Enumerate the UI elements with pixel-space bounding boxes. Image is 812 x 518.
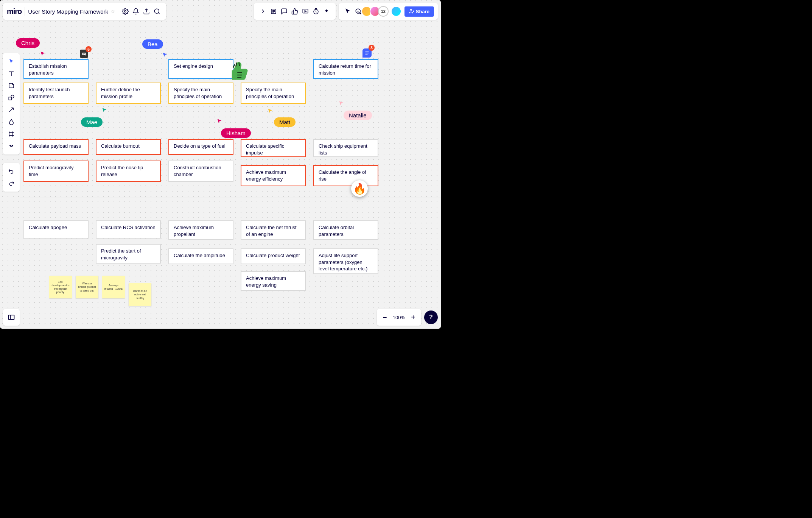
- card-yellow[interactable]: Specify the main principles of operation: [168, 83, 233, 104]
- arrow-tool-icon[interactable]: [5, 104, 18, 116]
- card-gray[interactable]: Calculate the net thrust of an engine: [241, 220, 306, 240]
- user-cursor-icon: [216, 119, 222, 125]
- card-blue[interactable]: Set engine design: [168, 59, 233, 79]
- svg-marker-7: [305, 11, 306, 12]
- star-icon[interactable]: ☆: [110, 8, 115, 14]
- miro-logo[interactable]: miro: [7, 7, 22, 16]
- top-toolbar: miro User Story Mapping Framework ☆ 12: [3, 3, 438, 20]
- thumbsup-icon[interactable]: [289, 6, 300, 17]
- search-icon[interactable]: [152, 6, 162, 17]
- shape-tool-icon[interactable]: [5, 92, 18, 104]
- text-tool-icon[interactable]: [5, 67, 18, 80]
- sticky-note[interactable]: Average income - 120k$: [102, 276, 125, 298]
- board-title[interactable]: User Story Mapping Framework: [28, 8, 108, 15]
- notification-badge: 6: [86, 46, 92, 52]
- svg-marker-10: [325, 9, 328, 11]
- card-red[interactable]: Calculate the angle of rise: [313, 165, 378, 186]
- zoom-level[interactable]: 100%: [390, 315, 408, 320]
- redo-icon[interactable]: [5, 177, 18, 189]
- card-yellow[interactable]: Specify the main principles of operation: [241, 83, 306, 104]
- card-red[interactable]: Calculate payload mass: [23, 139, 89, 155]
- card-yellow[interactable]: Identify test launch parameters: [23, 83, 89, 104]
- user-cursor-label: Natalie: [344, 111, 372, 120]
- card-blue[interactable]: Calculate return time for mission: [313, 59, 378, 79]
- user-cursor-label: Hisham: [221, 128, 251, 138]
- pen-tool-icon[interactable]: [5, 116, 18, 128]
- svg-rect-19: [9, 315, 14, 320]
- left-toolbar: [3, 53, 20, 154]
- svg-point-13: [11, 95, 14, 98]
- sticky-note[interactable]: Wants a unique product to stand out.: [76, 276, 98, 298]
- undo-icon[interactable]: [5, 165, 18, 177]
- notification-badge: 3: [369, 45, 375, 51]
- avatar-self[interactable]: [391, 6, 401, 17]
- card-gray[interactable]: Construct combustion chamber: [168, 161, 233, 182]
- card-gray[interactable]: Adjust life support parameters (oxygen l…: [313, 248, 378, 274]
- user-cursor-label: Matt: [274, 117, 296, 127]
- fire-reaction-icon[interactable]: 🔥: [351, 180, 368, 197]
- share-button[interactable]: Share: [404, 6, 434, 17]
- card-gray[interactable]: Achieve maximum energy saving: [241, 271, 306, 291]
- card-red[interactable]: Decide on a type of fuel: [168, 139, 233, 155]
- sticky-tool-icon[interactable]: [5, 80, 18, 92]
- thumbsup-reaction-icon[interactable]: [227, 61, 249, 83]
- card-gray[interactable]: Calculate product weight: [241, 248, 306, 264]
- svg-point-1: [154, 9, 159, 13]
- collaborator-avatars[interactable]: 12: [364, 6, 389, 17]
- zoom-out-button[interactable]: −: [379, 312, 390, 323]
- card-gray[interactable]: Calculate apogee: [23, 220, 89, 239]
- card-gray[interactable]: Check ship equipment lists: [313, 139, 378, 157]
- card-yellow[interactable]: Further define the mission profile: [96, 83, 161, 104]
- card-red[interactable]: Predict the nose tip release: [96, 161, 161, 182]
- user-cursor-icon: [162, 52, 168, 58]
- svg-point-0: [124, 11, 126, 12]
- chevron-right-icon[interactable]: [258, 6, 268, 17]
- more-tools-icon[interactable]: [5, 140, 18, 152]
- user-cursor-icon: [40, 51, 46, 57]
- card-blue[interactable]: Establish mission parameters: [23, 59, 89, 79]
- note-icon[interactable]: [268, 6, 279, 17]
- zoom-in-button[interactable]: +: [408, 312, 419, 323]
- card-red[interactable]: Calculate specific impulse: [241, 139, 306, 157]
- board-info-box: miro User Story Mapping Framework ☆: [3, 3, 166, 20]
- card-gray[interactable]: Predict the start of microgravity: [96, 244, 161, 264]
- svg-point-11: [356, 9, 360, 13]
- zoom-controls: − 100% + ?: [377, 309, 438, 326]
- view-tools-box: [254, 3, 336, 20]
- user-cursor-label: Bea: [142, 39, 163, 49]
- card-gray[interactable]: Calculate the amplitude: [168, 248, 233, 264]
- avatar-count[interactable]: 12: [378, 6, 389, 17]
- canvas[interactable]: Establish mission parameters Set engine …: [0, 0, 441, 329]
- bell-icon[interactable]: [131, 6, 141, 17]
- export-icon[interactable]: [141, 6, 152, 17]
- settings-icon[interactable]: [120, 6, 131, 17]
- more-icon[interactable]: [321, 6, 332, 17]
- frames-panel-button[interactable]: [3, 309, 20, 326]
- card-gray[interactable]: Calculate RCS activation: [96, 220, 161, 239]
- card-red[interactable]: Predict mocrogravity time: [23, 161, 89, 182]
- undo-redo-box: [3, 163, 20, 192]
- sticky-note[interactable]: Wants to be active and healthy: [129, 283, 151, 306]
- user-cursor-label: Mae: [81, 117, 103, 127]
- card-red[interactable]: Achieve maximum energy efficiency: [241, 165, 306, 186]
- presentation-icon[interactable]: [300, 6, 311, 17]
- card-red[interactable]: Calculate burnout: [96, 139, 161, 155]
- card-gray[interactable]: Calculate orbital parameters: [313, 220, 378, 240]
- help-button[interactable]: ?: [424, 310, 438, 324]
- collaboration-box: 12 Share: [339, 3, 438, 20]
- comment-icon[interactable]: [279, 6, 289, 17]
- sticky-note[interactable]: Self-development is the highest priority…: [49, 276, 72, 298]
- user-cursor-label: Chris: [16, 38, 40, 48]
- select-tool-icon[interactable]: [5, 55, 18, 67]
- timer-icon[interactable]: [311, 6, 321, 17]
- user-cursor-icon: [101, 108, 107, 114]
- cursor-icon[interactable]: [342, 6, 353, 17]
- user-cursor-icon: [338, 101, 344, 107]
- frame-tool-icon[interactable]: [5, 128, 18, 140]
- card-gray[interactable]: Achieve maximum propellant: [168, 220, 233, 240]
- user-cursor-icon: [267, 108, 273, 114]
